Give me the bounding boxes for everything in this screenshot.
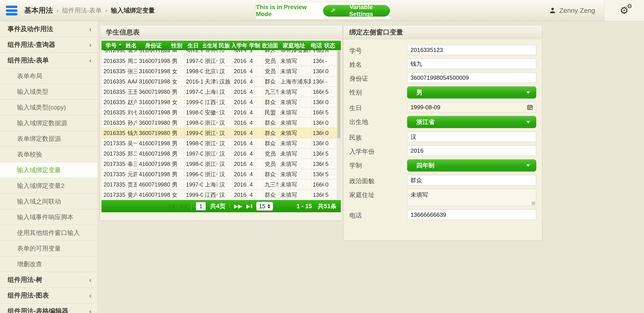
- text-input[interactable]: 钱九: [407, 59, 536, 69]
- sidebar-item-group-16[interactable]: 组件用法-树‹: [0, 272, 98, 288]
- sidebar-item-8[interactable]: 表单校验: [0, 147, 98, 162]
- sidebar-item-group-18[interactable]: 组件用法-表格编辑器‹: [0, 303, 98, 313]
- sidebar-item-group-0[interactable]: 事件及动作用法‹: [0, 21, 98, 37]
- text-input[interactable]: 2016335123: [407, 45, 536, 55]
- dropdown-select[interactable]: 浙江省: [407, 116, 536, 128]
- sidebar-item-14[interactable]: 表单的可用变量: [0, 241, 98, 256]
- table-row[interactable]: 20163351刘七31600719980男1998-08安徽省汉20164民盟…: [102, 107, 340, 118]
- text-input[interactable]: 13666666639: [407, 210, 536, 220]
- sidebar-item-group-2[interactable]: 组件用法-表单‹: [0, 53, 98, 68]
- page-number-input[interactable]: 1: [196, 202, 206, 211]
- table-scrollbar[interactable]: [337, 50, 340, 200]
- sidebar-item-7[interactable]: 表单绑定数据源: [0, 131, 98, 147]
- first-page-button[interactable]: ◀: [169, 203, 175, 209]
- sidebar-item-9[interactable]: 输入域绑定变量: [0, 162, 98, 178]
- table-header-row: 学号姓名身份证性别生日出生地民族入学年学制政治面家庭地址电话状态: [102, 41, 341, 50]
- text-input[interactable]: 2016: [407, 146, 536, 156]
- sidebar-item-3[interactable]: 表单布局: [0, 68, 98, 84]
- date-input[interactable]: 1999-08-09: [407, 102, 536, 112]
- table-row[interactable]: 20163351王五36007199805男1997-01上海市汉20164九三…: [102, 87, 340, 97]
- sidebar-item-10[interactable]: 输入域绑定变量2: [0, 178, 98, 194]
- table-scrollbar-thumb[interactable]: [338, 51, 340, 138]
- table-cell: 浙江省: [203, 138, 218, 148]
- table-row[interactable]: 20163351张三31600719980女1998-05北京市汉20164党员…: [102, 66, 340, 77]
- table-cell: 北京市: [203, 50, 218, 52]
- table-cell: 1366: [311, 169, 324, 179]
- table-row[interactable]: 20163351AAA31600719980女2016-10天津市汉族20164…: [102, 77, 340, 87]
- breadcrumb-section[interactable]: 组件用法-表单: [62, 6, 102, 15]
- table-row[interactable]: 20173351泰三41600719980男1998-05浙江省汉20164党员…: [102, 159, 340, 169]
- text-input[interactable]: 汉: [407, 132, 536, 142]
- column-header-9[interactable]: 政治面: [262, 41, 278, 50]
- table-cell: 0: [324, 138, 338, 148]
- sidebar-item-5[interactable]: 输入域类型(copy): [0, 100, 98, 115]
- table-cell: 20163351: [102, 56, 126, 66]
- table-cell: 九三学: [263, 87, 278, 97]
- sidebar-item-4[interactable]: 输入域类型: [0, 84, 98, 100]
- table-row[interactable]: 20173351贵五46007199805男1997-01上海市汉20164九三…: [102, 180, 340, 190]
- table-row[interactable]: 20163351钱九36007199805男1999-08浙江省汉20164群众…: [102, 128, 340, 138]
- column-header-3[interactable]: 性别: [170, 41, 184, 50]
- field-control: 1999-08-09: [407, 102, 536, 112]
- table-cell: 5: [324, 87, 338, 97]
- textarea-input[interactable]: 未填写: [407, 189, 536, 206]
- table-row[interactable]: 20173351元四41600719980男1996-07浙江省汉20164群众…: [102, 169, 340, 180]
- column-header-7[interactable]: 入学年: [232, 41, 248, 50]
- user-menu[interactable]: Zenny Zeng: [549, 7, 604, 14]
- text-input[interactable]: 群众: [407, 175, 536, 185]
- column-header-0[interactable]: 学号: [102, 41, 126, 50]
- table-row[interactable]: 20163351赵六31600719980女1999-09江西省汉20164群众…: [102, 97, 340, 107]
- column-header-8[interactable]: 学制: [248, 41, 262, 50]
- sidebar-item-13[interactable]: 使用其他组件窗口输入: [0, 225, 98, 241]
- next-page-button[interactable]: ▶▶: [234, 203, 242, 209]
- table-row[interactable]: 20163351孙八36007199805男1998-08浙江省汉20164群众…: [102, 118, 340, 128]
- column-header-10[interactable]: 家庭地址: [278, 41, 310, 50]
- sidebar-item-11[interactable]: 输入域之间联动: [0, 194, 98, 209]
- last-page-button[interactable]: ▶: [246, 203, 252, 209]
- table-cell: 4: [248, 149, 263, 159]
- dropdown-select[interactable]: 男: [407, 86, 536, 98]
- column-header-6[interactable]: 民族: [217, 41, 232, 50]
- table-cell: 1998-05: [184, 66, 203, 76]
- table-cell: 1666: [311, 180, 324, 189]
- sidebar-item-6[interactable]: 输入域绑定数据源: [0, 115, 98, 131]
- calendar-icon[interactable]: [527, 104, 533, 110]
- sidebar-item-label: 表单的可用变量: [17, 244, 92, 253]
- resize-grip[interactable]: [532, 202, 535, 205]
- chevron-left-icon: ‹: [89, 41, 92, 48]
- table-cell: 汉: [218, 128, 232, 138]
- settings-button[interactable]: ⚙⚙: [604, 0, 644, 21]
- page-size-select[interactable]: 15: [256, 202, 273, 211]
- table-cell: 浙江省: [203, 149, 218, 159]
- text-input[interactable]: 360071998054500009: [407, 72, 536, 83]
- field-control: 360071998054500009: [407, 72, 536, 83]
- breadcrumb-root[interactable]: 基本用法: [24, 5, 53, 15]
- variable-settings-button[interactable]: Variable Settings: [323, 5, 390, 16]
- sidebar-item-15[interactable]: 增删改查: [0, 256, 98, 272]
- sidebar-item-group-17[interactable]: 组件用法-图表‹: [0, 288, 98, 303]
- table-cell: 未填写: [278, 180, 311, 189]
- dropdown-value: 男: [416, 88, 526, 96]
- table-cell: 孙八: [126, 118, 137, 128]
- sidebar-item-group-1[interactable]: 组件用法-查询器‹: [0, 37, 98, 53]
- sidebar-item-12[interactable]: 输入域事件响应脚本: [0, 209, 98, 225]
- hamburger-menu-icon[interactable]: [6, 5, 18, 15]
- table-cell: 20163351: [102, 50, 126, 52]
- column-header-1[interactable]: 姓名: [126, 41, 137, 50]
- table-cell: 群众: [263, 138, 278, 148]
- table-cell: 31600719980: [137, 97, 170, 107]
- table-row[interactable]: 20173351郑二41600719980男1997-03浙江省汉20164党员…: [102, 149, 340, 159]
- table-row[interactable]: 20173351吴一41600719980男1998-08浙江省汉20164群众…: [102, 138, 340, 149]
- column-header-11[interactable]: 电话: [310, 41, 323, 50]
- field-control: 群众: [407, 175, 536, 185]
- table-row[interactable]: 20163351周二31600719980男1997-03浙江省汉20164党员…: [102, 56, 340, 66]
- column-header-4[interactable]: 生日: [184, 41, 203, 50]
- column-header-5[interactable]: 出生地: [202, 41, 217, 50]
- dropdown-select[interactable]: 四年制: [407, 159, 536, 172]
- column-header-12[interactable]: 状态: [323, 41, 337, 50]
- column-header-2[interactable]: 身份证: [137, 41, 170, 50]
- prev-page-button[interactable]: ◀◀: [179, 203, 187, 209]
- wrench-icon: [330, 7, 336, 14]
- table-row[interactable]: 20173351黄六41600719980女1999-09江西省汉20164群众…: [102, 190, 340, 200]
- table-row-partial[interactable]: 20163351海点31600719880男2016-11北京市汉20124群众…: [102, 50, 340, 56]
